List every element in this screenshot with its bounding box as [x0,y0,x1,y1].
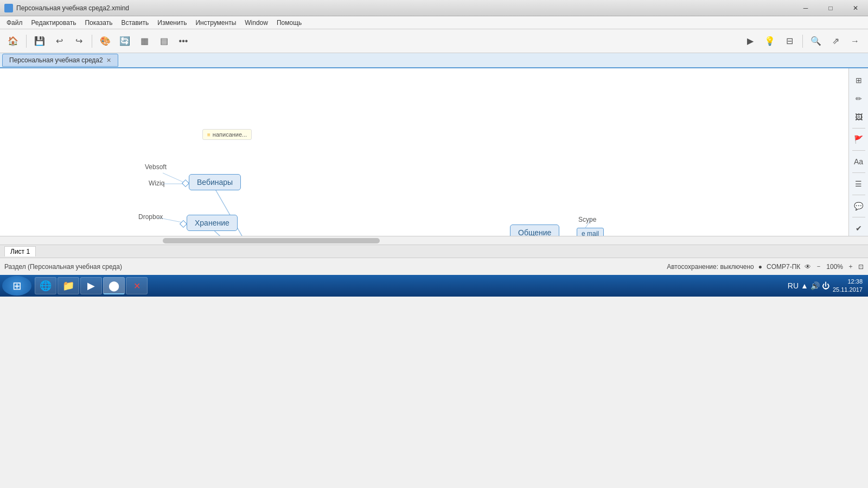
clock: 12:38 25.11.2017 [833,278,863,294]
maximize-button[interactable]: □ [818,0,843,16]
undo-button[interactable]: ↩ [50,33,68,50]
connections-svg [0,68,848,236]
label-email: e mail [577,228,604,236]
menu-insert[interactable]: Вставить [117,18,153,28]
save-button[interactable]: 💾 [31,33,48,50]
tab-main[interactable]: Персональная учебная среда2 ✕ [2,54,118,67]
network-icon: ▲ [801,281,808,290]
zoom-plus[interactable]: ＋ [847,262,854,271]
app-icon [4,4,13,12]
sidebar-sep2 [852,150,865,151]
sidebar-icon-8[interactable]: ✔ [851,221,866,236]
node-vebinars[interactable]: Вебинары [189,174,241,190]
label-dropbox: Dropbox [138,213,163,221]
tab-close-button[interactable]: ✕ [106,57,111,64]
sidebar-icon-7[interactable]: 💬 [851,198,866,214]
status-bar: Раздел (Персональная учебная среда) Авто… [0,258,868,275]
h-scroll-thumb[interactable] [163,238,380,243]
view-btn[interactable]: ⊟ [781,33,798,50]
marker-button[interactable]: 🔄 [116,33,133,50]
present-button[interactable]: ▶ [742,33,759,50]
sidebar-icon-4[interactable]: 🚩 [851,132,866,147]
clock-date: 25.11.2017 [833,286,863,294]
menu-help[interactable]: Помощь [272,18,306,28]
sidebar-icon-6[interactable]: ☰ [851,176,866,191]
sidebar-icon-5[interactable]: Aa [851,154,866,169]
lang-indicator: RU [788,281,799,290]
sep1 [26,35,27,48]
sidebar-icon-1[interactable]: ⊞ [851,73,866,88]
share-button[interactable]: ⇗ [827,33,844,50]
node-storage[interactable]: Хранение [187,215,238,231]
filter-button[interactable]: ▦ [136,33,153,50]
h-scroll[interactable] [0,236,868,245]
note-napisanie: ≡ написание... [202,129,252,140]
layout-button[interactable]: ▤ [155,33,173,50]
label-vebsoft: Vebsoft [145,163,167,171]
main-content-area: Персональная учебная среда Vebsoft Wiziq… [0,68,868,236]
taskbar-explorer[interactable]: 📁 [58,277,79,294]
minimize-button[interactable]: ─ [793,0,818,16]
eye-icon: 👁 [805,263,811,271]
menu-file[interactable]: Файл [2,18,27,28]
toolbar: 🏠 💾 ↩ ↪ 🎨 🔄 ▦ ▤ ••• ▶ 💡 ⊟ 🔍 ⇗ → [0,29,868,53]
note-icon: ≡ [207,132,210,138]
sep2 [92,35,92,48]
sheet-tab-1[interactable]: Лист 1 [4,246,36,256]
zoom-out-button[interactable]: 🔍 [807,33,825,50]
sidebar-sep3 [852,172,865,173]
sidebar-sep5 [852,217,865,217]
taskbar-media[interactable]: ▶ [80,277,102,294]
menu-bar: Файл Редактировать Показать Вставить Изм… [0,16,868,29]
label-wiziq: Wiziq [149,179,164,187]
system-icons: RU ▲ 🔊 ⏻ [788,281,829,290]
clock-time: 12:38 [833,278,863,286]
menu-edit[interactable]: Редактировать [27,18,81,28]
status-section: Раздел (Персональная учебная среда) [4,263,122,271]
sidebar-sep1 [852,128,865,129]
sidebar-icon-3[interactable]: 🖼 [851,110,866,125]
autosave-status: Автосохранение: выключено [667,263,754,271]
taskbar-chrome[interactable]: ⬤ [103,277,125,294]
more-button[interactable]: ••• [175,33,192,50]
taskbar: ⊞ 🌐 📁 ▶ ⬤ ✕ RU ▲ 🔊 ⏻ 12:38 25.11.2017 [0,275,868,297]
tab-label: Персональная учебная среда2 [9,56,103,64]
redo-button[interactable]: ↪ [70,33,87,50]
close-button[interactable]: ✕ [843,0,868,16]
sidebar-icon-2[interactable]: ✏ [851,91,866,106]
taskbar-right: RU ▲ 🔊 ⏻ 12:38 25.11.2017 [788,278,866,294]
menu-window[interactable]: Window [240,18,272,28]
window-title: Персональная учебная среда2.xmind [16,4,129,12]
sidebar-sep4 [852,195,865,195]
toolbar-right: ▶ 💡 ⊟ 🔍 ⇗ → [742,33,864,50]
zoom-minus[interactable]: － [815,262,822,271]
export-button[interactable]: → [846,33,864,50]
title-bar: Персональная учебная среда2.xmind ─ □ ✕ [0,0,868,16]
canvas[interactable]: Персональная учебная среда Vebsoft Wiziq… [0,68,848,236]
battery-icon: ⏻ [822,281,829,290]
menu-tools[interactable]: Инструменты [191,18,240,28]
node-communication[interactable]: Общение [510,224,559,236]
tab-bar: Персональная учебная среда2 ✕ [0,53,868,68]
status-right: Автосохранение: выключено ● COMP7-ПК 👁 －… [667,262,864,271]
bullet: ● [758,263,762,271]
zoom-level: 100% [826,263,843,271]
menu-view[interactable]: Показать [80,18,117,28]
theme-button[interactable]: 🎨 [97,33,114,50]
diamond-vebinars [182,179,189,187]
taskbar-ie[interactable]: 🌐 [35,277,56,294]
sep3 [802,35,803,48]
label-scype: Scype [578,216,596,223]
taskbar-app5[interactable]: ✕ [126,277,148,294]
right-sidebar: ⊞ ✏ 🖼 🚩 Aa ☰ 💬 ✔ [848,68,868,236]
zoom-fit[interactable]: ⊡ [858,263,864,271]
bulb-button[interactable]: 💡 [761,33,778,50]
diamond-storage [180,220,187,228]
volume-icon: 🔊 [810,281,820,290]
pc-name: COMP7-ПК [767,263,800,271]
start-button[interactable]: ⊞ [2,276,31,296]
menu-change[interactable]: Изменить [153,18,191,28]
window-controls: ─ □ ✕ [793,0,868,16]
home-button[interactable]: 🏠 [4,33,22,50]
sheet-bar: Лист 1 [0,245,868,258]
